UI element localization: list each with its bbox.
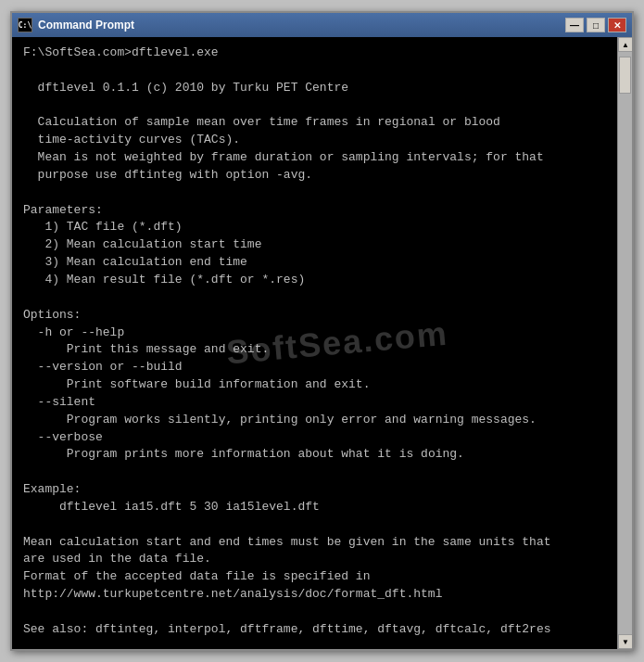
title-bar: C:\ Command Prompt — □ ✕ (12, 13, 632, 37)
scroll-down-button[interactable]: ▼ (618, 634, 632, 649)
scroll-up-button[interactable]: ▲ (618, 37, 632, 52)
window-icon-label: C:\ (19, 21, 32, 30)
close-button[interactable]: ✕ (608, 18, 626, 32)
console-area: F:\SoftSea.com>dftlevel.exe dftlevel 0.1… (12, 37, 632, 649)
minimize-button[interactable]: — (565, 18, 584, 32)
scroll-thumb[interactable] (619, 57, 631, 94)
console-text: F:\SoftSea.com>dftlevel.exe dftlevel 0.1… (23, 45, 606, 649)
command-prompt-window: C:\ Command Prompt — □ ✕ F:\SoftSea.com>… (10, 11, 634, 651)
maximize-button[interactable]: □ (587, 18, 605, 32)
console-wrapper: F:\SoftSea.com>dftlevel.exe dftlevel 0.1… (12, 37, 617, 649)
window-icon: C:\ (18, 18, 32, 32)
scrollbar: ▲ ▼ (617, 37, 632, 649)
window-title: Command Prompt (38, 19, 565, 32)
scroll-track[interactable] (618, 52, 632, 634)
window-controls: — □ ✕ (565, 18, 626, 32)
console-content[interactable]: F:\SoftSea.com>dftlevel.exe dftlevel 0.1… (12, 37, 617, 649)
